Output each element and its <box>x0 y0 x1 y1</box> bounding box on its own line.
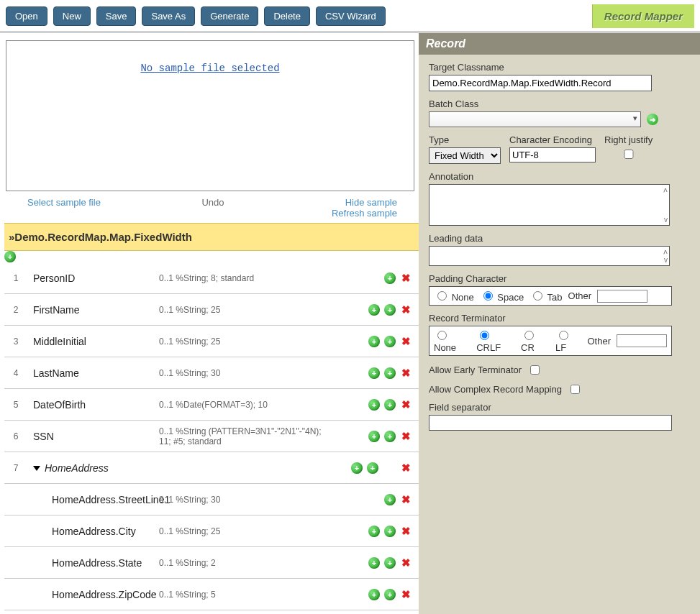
field-info: 0..1 %String; 8; standard <box>159 273 328 283</box>
expand-triangle-icon[interactable] <box>33 466 40 471</box>
field-row[interactable]: 5DateOfBirth0..1 %Date(FORMAT=3); 10++✖ <box>4 389 419 421</box>
field-name: HomeAddress <box>26 462 159 474</box>
delete-field-icon[interactable]: ✖ <box>400 462 412 474</box>
delete-field-icon[interactable]: ✖ <box>400 494 412 505</box>
group-header-prefix: » <box>9 231 14 243</box>
csv-wizard-button[interactable]: CSV Wizard <box>316 6 386 26</box>
add-field-icon[interactable]: + <box>384 304 396 316</box>
annotation-label: Annotation <box>429 171 690 182</box>
padding-space-option[interactable]: Space <box>480 289 524 303</box>
add-field-icon[interactable]: + <box>368 431 380 442</box>
field-name: FirstName <box>26 304 159 316</box>
add-field-icon[interactable]: + <box>384 431 396 442</box>
field-name: HomeAddress.ZipCode <box>26 589 159 600</box>
field-row[interactable]: 2FirstName0..1 %String; 25++✖ <box>4 294 419 326</box>
no-sample-link[interactable]: No sample file selected <box>6 63 414 74</box>
add-field-icon[interactable]: + <box>351 462 363 474</box>
field-row[interactable]: HomeAddress.State0..1 %String; 2++✖ <box>4 547 419 579</box>
add-field-icon[interactable]: + <box>384 336 396 347</box>
padding-other-input[interactable] <box>597 290 647 303</box>
field-row[interactable]: HomeAddress.StreetLine10..1 %String; 30+… <box>4 484 419 516</box>
add-field-icon[interactable]: + <box>384 589 396 600</box>
refresh-sample-link[interactable]: Refresh sample <box>332 208 397 219</box>
leading-scroll-down-icon[interactable]: v <box>664 257 668 264</box>
padding-none-option[interactable]: None <box>434 289 474 303</box>
allow-early-terminator-label: Allow Early Terminator <box>429 365 522 375</box>
field-row[interactable]: 6SSN0..1 %String (PATTERN=3N1"-"2N1"-"4N… <box>4 421 419 452</box>
batch-class-dropdown[interactable] <box>429 111 641 127</box>
leading-data-input[interactable]: ʌ v <box>429 246 670 266</box>
delete-field-icon[interactable]: ✖ <box>400 367 412 379</box>
field-index: 6 <box>6 431 26 441</box>
field-actions: +✖ <box>328 494 416 505</box>
field-actions: +✖ <box>328 272 416 284</box>
add-field-icon[interactable]: + <box>368 399 380 411</box>
field-row[interactable]: 1PersonID0..1 %String; 8; standard+✖ <box>4 262 419 294</box>
field-info: 0..1 %String; 30 <box>159 368 328 378</box>
add-field-icon[interactable]: + <box>368 336 380 347</box>
padding-tab-option[interactable]: Tab <box>529 289 562 303</box>
padding-char-label: Padding Character <box>429 273 690 284</box>
annotation-textarea[interactable]: ʌ v <box>429 184 670 226</box>
add-field-icon[interactable]: + <box>384 272 396 284</box>
delete-field-icon[interactable]: ✖ <box>400 399 412 411</box>
delete-field-icon[interactable]: ✖ <box>400 272 412 284</box>
field-row[interactable]: 7HomeAddress++✖ <box>4 452 419 484</box>
field-separator-input[interactable] <box>429 415 672 431</box>
save-as-button[interactable]: Save As <box>142 6 195 26</box>
terminator-cr-option[interactable]: CR <box>521 329 550 353</box>
scroll-up-icon[interactable]: ʌ <box>663 186 668 193</box>
terminator-none-option[interactable]: None <box>434 329 471 353</box>
open-button[interactable]: Open <box>6 6 47 26</box>
terminator-other-input[interactable] <box>617 334 667 347</box>
delete-button[interactable]: Delete <box>264 6 310 26</box>
add-field-icon[interactable]: + <box>384 399 396 411</box>
add-field-icon[interactable]: + <box>368 304 380 316</box>
app-title-badge: Record Mapper <box>592 4 694 28</box>
field-actions: ++✖ <box>328 589 416 600</box>
delete-field-icon[interactable]: ✖ <box>400 336 412 347</box>
add-field-icon[interactable]: + <box>384 367 396 379</box>
leading-scroll-up-icon[interactable]: ʌ <box>663 248 668 255</box>
terminator-crlf-option[interactable]: CRLF <box>476 329 515 353</box>
field-row[interactable]: HomeAddress.ZipCode0..1 %String; 5++✖ <box>4 579 419 610</box>
sample-file-area: No sample file selected <box>6 40 414 191</box>
field-actions: ++✖ <box>328 367 416 379</box>
scroll-down-icon[interactable]: v <box>664 216 668 224</box>
delete-field-icon[interactable]: ✖ <box>400 557 412 569</box>
generate-button[interactable]: Generate <box>201 6 258 26</box>
add-field-icon[interactable]: + <box>368 589 380 600</box>
add-field-icon[interactable]: + <box>384 494 396 505</box>
allow-early-terminator-checkbox[interactable] <box>530 365 540 375</box>
add-field-icon[interactable]: + <box>384 526 396 537</box>
target-classname-input[interactable] <box>429 75 652 91</box>
type-select[interactable]: Fixed Width <box>429 147 501 164</box>
add-field-icon[interactable]: + <box>368 557 380 569</box>
select-sample-link[interactable]: Select sample file <box>27 197 101 208</box>
record-terminator-group: None CRLF CR LF Other <box>429 326 672 356</box>
recordmap-group-header[interactable]: » Demo.RecordMap.Map.FixedWidth <box>4 223 419 251</box>
field-row[interactable]: 3MiddleInitial0..1 %String; 25++✖ <box>4 326 419 357</box>
field-row[interactable]: 4LastName0..1 %String; 30++✖ <box>4 357 419 389</box>
encoding-input[interactable] <box>509 147 596 162</box>
right-justify-checkbox[interactable] <box>607 150 650 159</box>
new-button[interactable]: New <box>53 6 91 26</box>
undo-link[interactable]: Undo <box>201 197 224 208</box>
delete-field-icon[interactable]: ✖ <box>400 526 412 537</box>
delete-field-icon[interactable]: ✖ <box>400 431 412 442</box>
group-add-icon[interactable]: + <box>4 251 16 262</box>
save-button[interactable]: Save <box>96 6 137 26</box>
hide-sample-link[interactable]: Hide sample <box>345 197 397 208</box>
batch-class-go-icon[interactable]: ➜ <box>647 114 658 125</box>
terminator-lf-option[interactable]: LF <box>555 329 582 353</box>
add-field-icon[interactable]: + <box>368 526 380 537</box>
field-row[interactable]: HomeAddress.City0..1 %String; 25++✖ <box>4 516 419 547</box>
field-index: 4 <box>6 368 26 378</box>
add-field-icon[interactable]: + <box>368 367 380 379</box>
delete-field-icon[interactable]: ✖ <box>400 589 412 600</box>
add-field-icon[interactable]: + <box>367 462 378 474</box>
delete-field-icon[interactable]: ✖ <box>400 304 412 316</box>
add-field-icon[interactable]: + <box>384 557 396 569</box>
fields-list: 1PersonID0..1 %String; 8; standard+✖2Fir… <box>4 262 419 610</box>
allow-complex-mapping-checkbox[interactable] <box>571 385 580 394</box>
